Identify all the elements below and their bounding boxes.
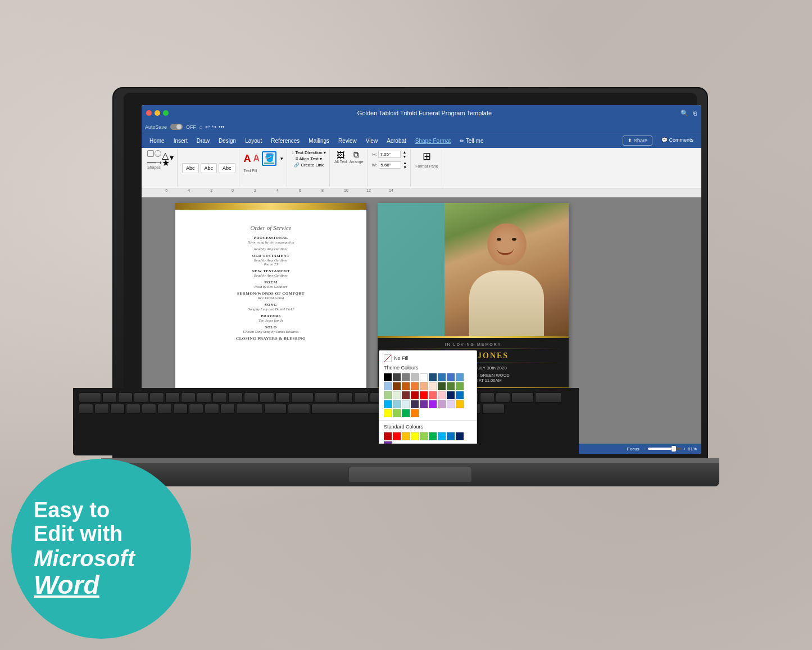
color-purple-1[interactable] — [411, 400, 419, 408]
std-color-3[interactable] — [402, 432, 410, 440]
align-text-button[interactable]: ≡ Align Text ▾ — [296, 156, 322, 161]
color-brown-1[interactable] — [393, 382, 401, 390]
text-style-1[interactable]: Abc — [182, 163, 199, 173]
color-peach[interactable] — [420, 382, 428, 390]
color-green-4[interactable] — [384, 391, 392, 399]
color-dark-gray[interactable] — [393, 373, 401, 381]
maximize-button[interactable] — [163, 110, 169, 116]
color-blue-4[interactable] — [456, 373, 464, 381]
menu-layout[interactable]: Layout — [241, 136, 266, 146]
shapes-dropdown[interactable]: ▾ — [170, 153, 174, 162]
home-icon[interactable]: ⌂ — [199, 124, 203, 130]
menu-review[interactable]: Review — [334, 136, 361, 146]
zoom-slider[interactable] — [648, 448, 682, 450]
menu-tell-me[interactable]: ✏ Tell me — [455, 136, 488, 146]
color-light-green[interactable] — [393, 391, 401, 399]
color-blue-5[interactable] — [384, 382, 392, 390]
text-outline-button[interactable]: A — [253, 154, 260, 164]
std-color-6[interactable] — [429, 432, 437, 440]
std-color-9[interactable] — [456, 432, 464, 440]
menu-insert[interactable]: Insert — [169, 136, 192, 146]
std-color-8[interactable] — [447, 432, 455, 440]
width-input[interactable] — [379, 161, 401, 169]
color-yellow[interactable] — [384, 409, 392, 417]
color-green-2[interactable] — [447, 382, 455, 390]
height-input[interactable] — [378, 151, 401, 158]
color-dark-blue[interactable] — [429, 373, 437, 381]
color-lime[interactable] — [393, 409, 401, 417]
std-color-2[interactable] — [393, 432, 401, 440]
fill-dropdown-arrow[interactable]: ▾ — [279, 156, 283, 161]
shape-oval[interactable] — [155, 150, 161, 157]
close-button[interactable] — [146, 110, 152, 116]
text-style-3[interactable]: Abc — [219, 163, 235, 173]
color-white[interactable] — [420, 373, 428, 381]
std-color-1[interactable] — [384, 432, 392, 440]
color-light-cyan[interactable] — [393, 400, 401, 408]
minimize-button[interactable] — [155, 110, 160, 116]
menu-home[interactable]: Home — [145, 136, 169, 146]
menu-view[interactable]: View — [361, 136, 383, 146]
color-purple-2[interactable] — [420, 400, 428, 408]
color-orange-3[interactable] — [411, 409, 419, 417]
color-black[interactable] — [384, 373, 392, 381]
menu-draw[interactable]: Draw — [192, 136, 214, 146]
color-pink-1[interactable] — [429, 391, 437, 399]
height-down[interactable]: ▼ — [402, 155, 406, 159]
color-purple-3[interactable] — [429, 400, 437, 408]
color-orange-2[interactable] — [411, 382, 419, 390]
color-light-pink[interactable] — [438, 391, 446, 399]
shape-rect[interactable] — [147, 150, 154, 157]
autosave-toggle[interactable] — [170, 124, 183, 130]
more-icon[interactable]: ••• — [219, 124, 225, 130]
redo-icon[interactable]: ↪ — [212, 124, 216, 130]
zoom-handle[interactable] — [672, 446, 676, 452]
color-red-2[interactable] — [420, 391, 428, 399]
std-color-5[interactable] — [420, 432, 428, 440]
color-medium-green[interactable] — [402, 409, 410, 417]
zoom-out-button[interactable]: − — [644, 446, 647, 452]
text-fill-button[interactable]: A — [244, 153, 251, 165]
color-dark-green[interactable] — [438, 382, 446, 390]
comments-button[interactable]: 💬 Comments — [657, 136, 698, 146]
color-blue-6[interactable] — [456, 391, 464, 399]
height-up[interactable]: ▲ — [402, 150, 406, 154]
share-icon[interactable]: ⎗ — [693, 110, 697, 117]
share-button[interactable]: ⬆ Share — [623, 136, 652, 146]
focus-button[interactable]: Focus — [627, 446, 639, 452]
fill-color-button[interactable]: 🪣 — [262, 151, 276, 166]
shape-other[interactable]: △ — [162, 150, 169, 157]
no-fill-option[interactable]: No Fill — [379, 353, 477, 363]
text-direction-button[interactable]: ↕ Text Direction ▾ — [292, 150, 326, 155]
undo-icon[interactable]: ↩ — [205, 124, 210, 130]
menu-acrobat[interactable]: Acrobat — [382, 136, 410, 146]
color-picker-dropdown[interactable]: No Fill Theme Colours — [379, 350, 477, 444]
color-light-gray[interactable] — [411, 373, 419, 381]
color-green-3[interactable] — [456, 382, 464, 390]
zoom-in-button[interactable]: + — [683, 446, 686, 452]
std-color-4[interactable] — [411, 432, 419, 440]
color-gray[interactable] — [402, 373, 410, 381]
text-style-2[interactable]: Abc — [201, 163, 217, 173]
search-icon[interactable]: 🔍 — [681, 110, 688, 117]
std-color-10[interactable] — [384, 441, 392, 444]
shape-star[interactable]: ★ — [162, 157, 169, 164]
color-red-1[interactable] — [411, 391, 419, 399]
color-very-light-cyan[interactable] — [402, 400, 410, 408]
shape-arrow[interactable]: → — [155, 157, 161, 164]
shape-line[interactable]: — — [147, 157, 154, 164]
color-blue-2[interactable] — [438, 373, 446, 381]
arrange-button[interactable]: ⧉ Arrange — [350, 150, 364, 164]
color-light-lavender[interactable] — [447, 400, 455, 408]
color-orange-1[interactable] — [402, 382, 410, 390]
width-down[interactable]: ▼ — [403, 165, 407, 169]
std-color-7[interactable] — [438, 432, 446, 440]
menu-mailings[interactable]: Mailings — [304, 136, 334, 146]
color-navy[interactable] — [447, 391, 455, 399]
color-lavender[interactable] — [438, 400, 446, 408]
menu-design[interactable]: Design — [214, 136, 241, 146]
color-gold[interactable] — [456, 400, 464, 408]
color-cyan[interactable] — [384, 400, 392, 408]
color-blue-3[interactable] — [447, 373, 455, 381]
alt-text-button[interactable]: 🖼 Alt Text — [334, 151, 347, 164]
